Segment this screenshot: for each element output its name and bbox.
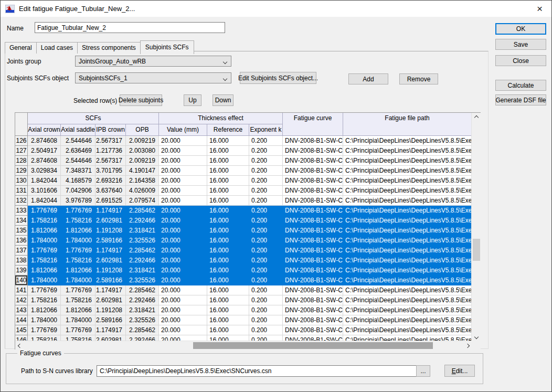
- delete-subjoints-button[interactable]: Delete subjoints: [120, 94, 162, 106]
- table-cell[interactable]: 16.000: [207, 196, 249, 206]
- table-cell[interactable]: 1.758216: [61, 216, 95, 226]
- table-cell[interactable]: C:\Principia\DeepLines\DeepLinesV5.8.5\E…: [343, 305, 472, 315]
- table-cell[interactable]: 0.200: [249, 136, 283, 146]
- tab-stress-components[interactable]: Stress components: [77, 42, 141, 54]
- table-cell[interactable]: 0.200: [249, 166, 283, 176]
- table-cell[interactable]: 16.000: [207, 276, 249, 285]
- browse-button[interactable]: ...: [416, 365, 430, 377]
- row-number-cell[interactable]: 128: [15, 156, 28, 166]
- table-cell[interactable]: 2.325526: [126, 236, 159, 246]
- table-row[interactable]: 1391.8120661.8120661.1912082.31842120.00…: [15, 266, 472, 276]
- table-cell[interactable]: 2.544646: [61, 136, 95, 146]
- table-cell[interactable]: 1.812066: [61, 305, 95, 315]
- table-cell[interactable]: 3.976789: [61, 196, 95, 206]
- table-row[interactable]: 1331.7767691.7767691.1749172.28546220.00…: [15, 206, 472, 216]
- table-cell[interactable]: DNV-2008-B1-SW-CP: [283, 186, 343, 196]
- table-cell[interactable]: DNV-2008-B1-SW-CP: [283, 176, 343, 186]
- table-cell[interactable]: 2.602981: [95, 256, 126, 266]
- table-cell[interactable]: 2.589166: [95, 276, 126, 285]
- horizontal-scrollbar-thumb[interactable]: [193, 342, 433, 349]
- table-cell[interactable]: C:\Principia\DeepLines\DeepLinesV5.8.5\E…: [343, 266, 472, 276]
- table-cell[interactable]: DNV-2008-B1-SW-CP: [283, 196, 343, 206]
- table-cell[interactable]: 16.000: [207, 226, 249, 236]
- table-cell[interactable]: C:\Principia\DeepLines\DeepLinesV5.8.5\E…: [343, 256, 472, 266]
- table-cell[interactable]: 1.784000: [61, 236, 95, 246]
- table-cell[interactable]: 7.348371: [61, 166, 95, 176]
- table-cell[interactable]: 2.292466: [126, 295, 159, 305]
- table-cell[interactable]: 16.000: [207, 305, 249, 315]
- save-button[interactable]: Save: [495, 39, 546, 50]
- table-cell[interactable]: 0.200: [249, 305, 283, 315]
- up-button[interactable]: Up: [184, 94, 201, 106]
- add-button[interactable]: Add: [348, 73, 388, 84]
- vertical-scrollbar[interactable]: [471, 113, 481, 341]
- table-cell[interactable]: DNV-2008-B1-SW-CP: [283, 276, 343, 285]
- table-cell[interactable]: 0.200: [249, 246, 283, 256]
- table-cell[interactable]: 0.200: [249, 226, 283, 236]
- table-cell[interactable]: DNV-2008-B1-SW-CP: [283, 136, 343, 146]
- table-row[interactable]: 1421.7582161.7582162.6029812.29246620.00…: [15, 295, 472, 305]
- table-cell[interactable]: 2.009219: [126, 156, 159, 166]
- table-row[interactable]: 1313.1016067.0429063.6376404.02600920.00…: [15, 186, 472, 196]
- table-cell[interactable]: 16.000: [207, 146, 249, 156]
- edit-curves-button[interactable]: Edit...: [444, 365, 475, 377]
- table-cell[interactable]: C:\Principia\DeepLines\DeepLinesV5.8.5\E…: [343, 325, 472, 335]
- table-cell[interactable]: 20.000: [159, 166, 207, 176]
- horizontal-scrollbar[interactable]: [15, 341, 472, 349]
- table-cell[interactable]: 0.200: [249, 146, 283, 156]
- table-cell[interactable]: 20.000: [159, 146, 207, 156]
- table-cell[interactable]: 20.000: [159, 186, 207, 196]
- table-cell[interactable]: 2.009219: [126, 136, 159, 146]
- table-cell[interactable]: 2.504917: [28, 146, 61, 156]
- table-row[interactable]: 1301.8420444.1685792.6932162.16435820.00…: [15, 176, 472, 186]
- table-cell[interactable]: 20.000: [159, 266, 207, 276]
- row-number-cell[interactable]: 135: [15, 226, 28, 236]
- table-cell[interactable]: 16.000: [207, 176, 249, 186]
- row-number-cell[interactable]: 129: [15, 166, 28, 176]
- table-row[interactable]: 1341.7582161.7582162.6029812.29246620.00…: [15, 216, 472, 226]
- table-cell[interactable]: DNV-2008-B1-SW-CP: [283, 216, 343, 226]
- table-cell[interactable]: DNV-2008-B1-SW-CP: [283, 295, 343, 305]
- table-cell[interactable]: 20.000: [159, 216, 207, 226]
- table-cell[interactable]: 16.000: [207, 285, 249, 295]
- table-cell[interactable]: 1.174917: [95, 206, 126, 216]
- table-cell[interactable]: 1.776769: [61, 285, 95, 295]
- table-cell[interactable]: C:\Principia\DeepLines\DeepLinesV5.8.5\E…: [343, 276, 472, 285]
- table-cell[interactable]: 1.784000: [28, 236, 61, 246]
- table-cell[interactable]: C:\Principia\DeepLines\DeepLinesV5.8.5\E…: [343, 196, 472, 206]
- table-cell[interactable]: 16.000: [207, 186, 249, 196]
- table-cell[interactable]: 4.168579: [61, 176, 95, 186]
- table-cell[interactable]: 20.000: [159, 196, 207, 206]
- table-cell[interactable]: 16.000: [207, 325, 249, 335]
- table-cell[interactable]: 1.776769: [61, 206, 95, 216]
- table-cell[interactable]: 1.174917: [95, 246, 126, 256]
- edit-subjoints-object-button[interactable]: Edit Subjoints SCFs object...: [240, 72, 316, 84]
- table-row[interactable]: 1451.7767691.7767691.1749172.28546220.00…: [15, 325, 472, 335]
- table-cell[interactable]: DNV-2008-B1-SW-CP: [283, 285, 343, 295]
- table-cell[interactable]: 1.191208: [95, 266, 126, 276]
- table-cell[interactable]: 2.691525: [95, 196, 126, 206]
- table-cell[interactable]: C:\Principia\DeepLines\DeepLinesV5.8.5\E…: [343, 285, 472, 295]
- generate-dsf-button[interactable]: Generate DSF file: [495, 94, 546, 105]
- table-cell[interactable]: 1.758216: [61, 295, 95, 305]
- table-cell[interactable]: 1.812066: [28, 266, 61, 276]
- table-cell[interactable]: 1.776769: [28, 285, 61, 295]
- table-row[interactable]: 1361.7840001.7840002.5891662.32552620.00…: [15, 236, 472, 246]
- table-cell[interactable]: 1.191208: [95, 226, 126, 236]
- row-number-cell[interactable]: 136: [15, 236, 28, 246]
- tab-load-cases[interactable]: Load cases: [36, 42, 78, 54]
- row-number-cell[interactable]: 144: [15, 315, 28, 325]
- table-cell[interactable]: 20.000: [159, 256, 207, 266]
- row-number-cell[interactable]: 145: [15, 325, 28, 335]
- table-cell[interactable]: C:\Principia\DeepLines\DeepLinesV5.8.5\E…: [343, 166, 472, 176]
- table-cell[interactable]: 0.200: [249, 216, 283, 226]
- subjoints-scfs-table[interactable]: SCFs Axial crown Axial saddle IPB crown …: [15, 112, 481, 349]
- table-cell[interactable]: 20.000: [159, 136, 207, 146]
- table-cell[interactable]: 20.000: [159, 246, 207, 256]
- table-row[interactable]: 1321.8420443.9767892.6915252.07957420.00…: [15, 196, 472, 206]
- table-cell[interactable]: 0.200: [249, 176, 283, 186]
- table-cell[interactable]: DNV-2008-B1-SW-CP: [283, 236, 343, 246]
- row-number-cell[interactable]: 143: [15, 305, 28, 315]
- table-cell[interactable]: 1.784000: [28, 276, 61, 285]
- table-row[interactable]: 1371.7767691.7767691.1749172.28546220.00…: [15, 246, 472, 256]
